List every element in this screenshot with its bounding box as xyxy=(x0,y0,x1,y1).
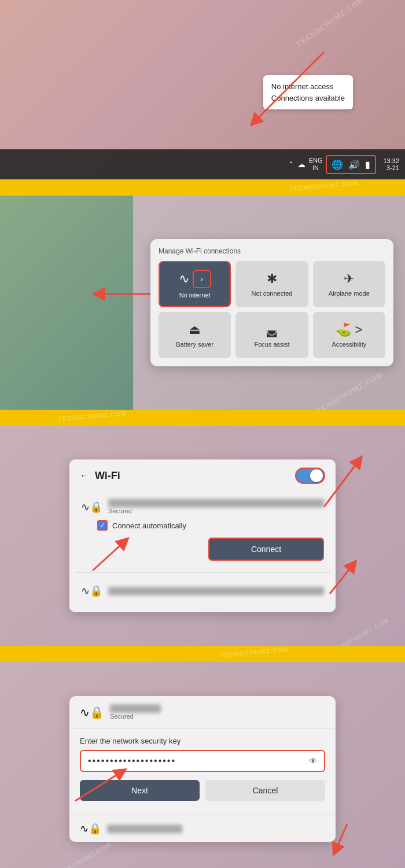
wifi-network-name-2: Prakash xxxxxxxx xyxy=(108,587,324,595)
wifi-network-item-1[interactable]: ∿🔒 ACT1BG8 xxxxxxxx Secured ✓ Connect au… xyxy=(75,492,330,568)
cancel-button[interactable]: Cancel xyxy=(205,780,325,801)
pw-dots: •••••••••••••••••••• xyxy=(88,756,309,766)
wifi-network-top-2: ∿🔒 Prakash xxxxxxxx xyxy=(81,584,324,597)
qs-tile-battery-saver[interactable]: ⏏ Battery saver xyxy=(159,312,231,358)
qs-tile-focus[interactable]: ◛ Focus assist xyxy=(235,312,308,358)
section3-wifi-panel: ← Wi-Fi ∿🔒 ACT1BG8 xxxxxxxx Secured xyxy=(0,426,405,646)
tray-date-value: 3-21 xyxy=(383,164,399,171)
pw-network-status: Secured xyxy=(110,713,161,720)
password-panel: ∿🔒 Nia Apa xxxxxx Secured Enter the netw… xyxy=(69,696,336,842)
moon-icon: ◛ xyxy=(266,322,278,337)
airplane-icon: ✈ xyxy=(344,271,354,286)
toggle-knob xyxy=(310,469,323,482)
battery-saver-icon: ⏏ xyxy=(189,322,201,337)
pw-network2-name: ACT1-GE blurred xxxx xyxy=(107,825,182,833)
qs-tile-bluetooth[interactable]: ✱ Not connected xyxy=(235,261,308,307)
wifi-secured-icon-1: ∿🔒 xyxy=(81,501,102,513)
watermark-3: TECHSCHUMZ.COM xyxy=(327,616,391,646)
battery-icon: ▮ xyxy=(364,158,371,171)
qs-grid: ∿ › No internet ✱ Not connected ✈ Airpla… xyxy=(159,261,385,358)
wifi-network-list: ∿🔒 ACT1BG8 xxxxxxxx Secured ✓ Connect au… xyxy=(69,492,336,612)
divider-1 xyxy=(75,572,330,573)
wifi-panel: ← Wi-Fi ∿🔒 ACT1BG8 xxxxxxxx Secured xyxy=(69,459,336,612)
wifi-net-info-1: ACT1BG8 xxxxxxxx Secured xyxy=(108,499,324,514)
globe-icon: 🌐 xyxy=(330,158,344,171)
watermark-2: TECHSCHUMZ.COM xyxy=(311,370,385,410)
wifi-header: ← Wi-Fi xyxy=(69,459,336,492)
wifi-network-name-1: ACT1BG8 xxxxxxxx xyxy=(108,499,324,507)
pw-network-item: ∿🔒 Nia Apa xxxxxx Secured xyxy=(69,696,336,729)
wifi-tile-inner: ∿ › xyxy=(179,270,211,288)
qs-tile-battery-label: Battery saver xyxy=(176,341,213,348)
wifi-expand-button[interactable]: › xyxy=(193,270,211,288)
watermark-bar-3: TECHSCHUMZ.COM xyxy=(220,646,289,659)
pw-network2[interactable]: ∿🔒 ACT1-GE blurred xxxx xyxy=(69,815,336,842)
wifi-header-left: ← Wi-Fi xyxy=(80,470,120,482)
bluetooth-icon: ✱ xyxy=(267,271,277,286)
watermark-4: TECHSCHUMZ.COM xyxy=(49,841,113,868)
qs-tile-wifi[interactable]: ∿ › No internet xyxy=(159,261,231,307)
qs-tile-bluetooth-label: Not connected xyxy=(252,290,293,297)
tray-clock[interactable]: 13:32 3-21 xyxy=(383,157,399,171)
watermark-1: TECHSCHUMZ.COM xyxy=(294,0,365,48)
systray: ⌃ ☁ ENGIN 🌐 🔊 ▮ 13:32 3-21 xyxy=(288,155,399,174)
wifi-network-status-1: Secured xyxy=(108,507,324,514)
watermark-bar-2: TECHSCHUMZ.COM xyxy=(58,410,127,422)
qs-tile-accessibility[interactable]: ⛳ > Accessibility xyxy=(313,312,385,358)
svg-line-6 xyxy=(336,824,347,850)
yellow-divider-2: TECHSCHUMZ.COM xyxy=(0,410,405,426)
next-button[interactable]: Next xyxy=(80,780,200,801)
taskbar: ⌃ ☁ ENGIN 🌐 🔊 ▮ 13:32 3-21 xyxy=(0,149,405,179)
tray-quick-settings[interactable]: 🌐 🔊 ▮ xyxy=(326,155,376,174)
qs-title: Manage Wi-Fi connections xyxy=(159,247,385,255)
qs-tile-airplane[interactable]: ✈ Airplane mode xyxy=(313,261,385,307)
pw-wifi2-icon: ∿🔒 xyxy=(80,822,101,835)
chevron-up-icon[interactable]: ⌃ xyxy=(288,160,294,168)
auto-connect-label: Connect automatically xyxy=(112,521,186,530)
pw-content: Enter the network security key •••••••••… xyxy=(69,729,336,809)
no-internet-tooltip: No internet access Connections available xyxy=(263,75,353,109)
eye-icon[interactable]: 👁 xyxy=(309,756,317,766)
tooltip-line1: No internet access xyxy=(271,81,345,93)
qs-tile-focus-label: Focus assist xyxy=(254,341,289,348)
pw-input-row: •••••••••••••••••••• 👁 xyxy=(80,750,325,772)
quick-settings-panel: Manage Wi-Fi connections ∿ › No internet… xyxy=(150,239,393,366)
connect-button[interactable]: Connect xyxy=(208,538,324,561)
section4-password: ∿🔒 Nia Apa xxxxxx Secured Enter the netw… xyxy=(0,662,405,868)
watermark-bar-1: TECHSCHUMZ.COM xyxy=(289,179,359,192)
wifi-net-info-2: Prakash xxxxxxxx xyxy=(108,587,324,595)
wifi-icon: ∿ xyxy=(179,271,189,286)
wifi-network-item-2[interactable]: ∿🔒 Prakash xxxxxxxx xyxy=(75,578,330,604)
wifi-panel-title: Wi-Fi xyxy=(95,470,120,482)
pw-buttons: Next Cancel xyxy=(80,780,325,801)
pw-network-info: Nia Apa xxxxxx Secured xyxy=(110,704,161,720)
yellow-divider-3: TECHSCHUMZ.COM xyxy=(0,646,405,662)
auto-connect-checkbox[interactable]: ✓ xyxy=(97,520,108,531)
qs-tile-accessibility-label: Accessibility xyxy=(332,341,366,348)
cloud-icon[interactable]: ☁ xyxy=(297,160,305,169)
section1-taskbar-area: TECHSCHUMZ.COM No internet access Connec… xyxy=(0,0,405,179)
section2-quick-settings: Manage Wi-Fi connections ∿ › No internet… xyxy=(0,196,405,410)
connect-button-row: Connect xyxy=(97,538,324,561)
back-button[interactable]: ← xyxy=(80,470,89,481)
wifi-toggle[interactable] xyxy=(295,468,325,484)
section2-bg-decoration xyxy=(0,196,133,410)
pw-network-name: Nia Apa xxxxxx xyxy=(110,704,161,713)
qs-tile-airplane-label: Airplane mode xyxy=(329,290,370,297)
yellow-divider-1: TECHSCHUMZ.COM xyxy=(0,179,405,196)
wifi-secured-icon-2: ∿🔒 xyxy=(81,584,102,597)
tray-language[interactable]: ENGIN xyxy=(309,157,323,172)
auto-connect-row: ✓ Connect automatically xyxy=(97,520,324,531)
tooltip-line2: Connections available xyxy=(271,93,345,104)
qs-tile-wifi-label: No internet xyxy=(179,292,211,299)
accessibility-icon: ⛳ > xyxy=(336,322,362,337)
wifi-connect-area: ✓ Connect automatically Connect xyxy=(81,520,324,561)
pw-prompt-label: Enter the network security key xyxy=(80,737,325,745)
speaker-icon: 🔊 xyxy=(347,158,361,171)
wifi-network-top-1: ∿🔒 ACT1BG8 xxxxxxxx Secured xyxy=(81,499,324,514)
pw-wifi-icon: ∿🔒 xyxy=(80,705,104,719)
tray-time-value: 13:32 xyxy=(383,157,399,164)
